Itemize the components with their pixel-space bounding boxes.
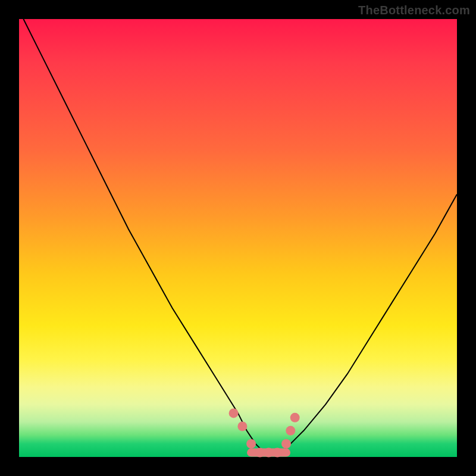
watermark-text: TheBottleneck.com (358, 4, 470, 17)
chart-frame: TheBottleneck.com (0, 0, 476, 476)
highlight-marker (273, 448, 282, 458)
highlight-marker (255, 448, 265, 458)
highlight-marker (281, 439, 291, 449)
chart-svg (19, 19, 457, 457)
highlight-marker (246, 439, 256, 449)
highlight-marker (264, 448, 274, 458)
bottleneck-curve-line (23, 19, 457, 453)
highlight-marker (237, 422, 247, 431)
highlight-marker (286, 426, 295, 436)
highlight-marker (229, 408, 239, 418)
highlight-marker (290, 413, 300, 422)
chart-plot-area (19, 19, 457, 457)
